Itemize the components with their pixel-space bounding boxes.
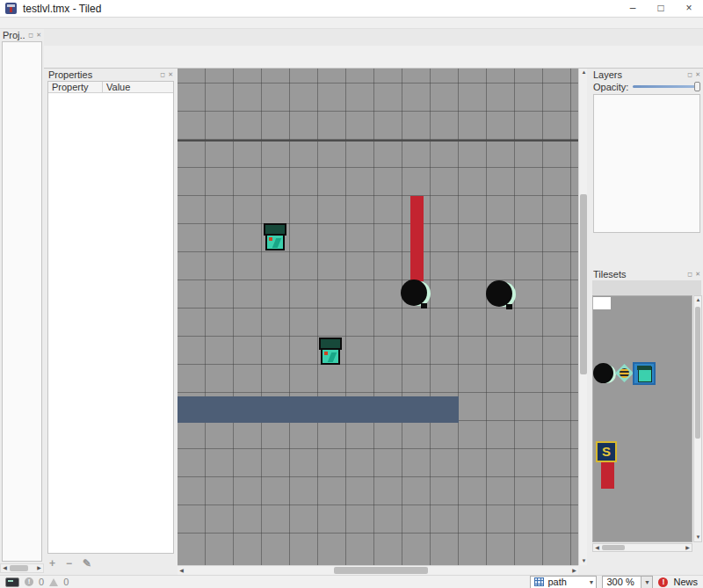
layer-toolbar (592, 236, 701, 251)
console-icon[interactable] (5, 577, 19, 587)
layer-grid-icon (534, 577, 544, 586)
map-canvas[interactable] (178, 69, 578, 565)
status-bar: ! 0 0 path ▼ 300 % ▼ News (0, 575, 703, 588)
warning-count-icon[interactable] (49, 578, 58, 586)
opacity-label: Opacity: (593, 82, 628, 92)
zoom-dropdown-icon[interactable]: ▼ (641, 576, 653, 588)
tilesets-panel: Tilesets ◻ ✕ S (591, 268, 703, 573)
scroll-left-icon[interactable] (178, 567, 185, 575)
right-dock: Layers ◻ ✕ Opacity: Tilesets ◻ ✕ S (591, 69, 703, 573)
news-label[interactable]: News (673, 577, 698, 587)
opacity-slider[interactable] (633, 85, 699, 88)
properties-dock: Properties ◻ ✕ Property Value + − ✎ (46, 69, 176, 573)
project-dock: Proj... ◻ ✕ (0, 29, 44, 574)
close-panel-icon[interactable]: ✕ (168, 70, 173, 78)
float-panel-icon[interactable]: ◻ (28, 31, 33, 39)
tileset-tab-bar (592, 280, 701, 295)
zombie-head-sprite (261, 223, 289, 251)
orb-creature-tile[interactable] (593, 362, 616, 385)
column-property[interactable]: Property (48, 82, 103, 92)
tilesets-title: Tilesets (593, 269, 685, 279)
s-tile-selected[interactable]: S (596, 441, 617, 462)
close-panel-icon[interactable]: ✕ (695, 70, 700, 78)
red-bar-tiles (410, 196, 424, 281)
news-icon[interactable] (658, 577, 668, 587)
maximize-button[interactable]: □ (647, 0, 675, 17)
chevron-down-icon: ▼ (589, 579, 595, 585)
slate-strip-tiles (178, 396, 459, 423)
scroll-left-icon[interactable] (593, 544, 601, 552)
tileset-hscrollbar[interactable] (592, 543, 692, 552)
orb-creature-sprite (401, 279, 431, 309)
document-tab-bar (44, 29, 703, 46)
add-property-button[interactable]: + (49, 557, 55, 570)
tileset-toolbar (592, 555, 703, 570)
tileset-view[interactable]: S (592, 295, 692, 542)
window-title: testlvl.tmx - Tiled (23, 3, 101, 15)
orb-creature-sprite (486, 279, 516, 309)
main-toolbar (44, 46, 703, 69)
scroll-up-icon[interactable] (694, 296, 702, 304)
error-count-icon[interactable]: ! (25, 577, 33, 586)
tiled-window: testlvl.tmx - Tiled – □ × Proj... ◻ ✕ Pr… (0, 0, 703, 588)
edit-property-button[interactable]: ✎ (83, 557, 91, 570)
error-count: 0 (39, 577, 44, 587)
tileset-vscrollbar[interactable] (693, 295, 702, 542)
layers-title: Layers (593, 69, 685, 80)
properties-header: Property Value (48, 82, 173, 93)
float-panel-icon[interactable]: ◻ (687, 70, 692, 78)
scroll-right-icon[interactable] (684, 544, 692, 552)
scroll-right-icon[interactable] (35, 564, 43, 572)
float-panel-icon[interactable]: ◻ (687, 270, 692, 278)
tiled-logo-icon (5, 3, 17, 14)
dock-tab-bar (592, 251, 703, 266)
menu-bar (0, 18, 703, 29)
white-tile[interactable] (593, 297, 611, 309)
project-dock-title: Proj... (3, 30, 25, 40)
close-panel-icon[interactable]: ✕ (36, 31, 41, 39)
close-panel-icon[interactable]: ✕ (695, 270, 700, 278)
diamond-orb-tile[interactable] (615, 364, 634, 382)
close-button[interactable]: × (675, 0, 703, 17)
scroll-right-icon[interactable] (570, 567, 578, 575)
zoom-value: 300 % (606, 577, 634, 587)
zombie-head-sprite (316, 338, 344, 366)
scroll-left-icon[interactable] (1, 564, 9, 572)
project-tree[interactable] (2, 41, 42, 562)
properties-title: Properties (48, 69, 157, 80)
warning-count: 0 (63, 577, 69, 587)
opacity-slider-handle[interactable] (694, 82, 700, 91)
properties-table: Property Value (47, 81, 174, 554)
project-hscrollbar[interactable] (0, 563, 44, 573)
zoom-combobox[interactable]: 300 % (602, 576, 641, 588)
scroll-down-icon[interactable] (694, 534, 702, 541)
float-panel-icon[interactable]: ◻ (160, 70, 165, 78)
current-layer-combobox[interactable]: path ▼ (530, 576, 597, 588)
zombie-head-tile-selected[interactable] (633, 362, 656, 385)
column-value[interactable]: Value (103, 82, 173, 92)
current-layer-value: path (547, 577, 566, 587)
remove-property-button[interactable]: − (66, 557, 72, 570)
minimize-button[interactable]: – (619, 0, 647, 17)
layer-list (593, 94, 700, 233)
red-strip-tile[interactable] (601, 462, 614, 489)
map-boundary-line (178, 140, 578, 142)
canvas-hscrollbar[interactable] (178, 565, 578, 575)
title-bar: testlvl.tmx - Tiled – □ × (0, 0, 703, 18)
